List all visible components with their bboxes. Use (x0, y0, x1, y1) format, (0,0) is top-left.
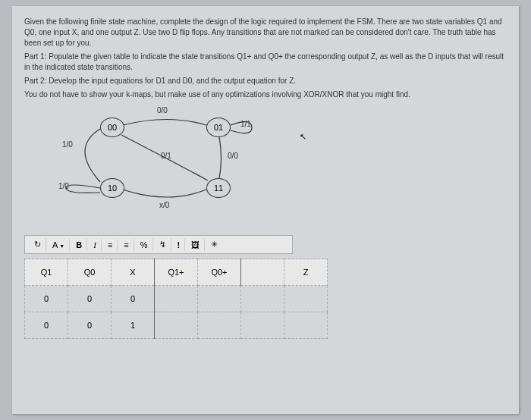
document-page: Given the following finite state machine… (12, 6, 519, 414)
edge-01-11-label: 0/0 (228, 152, 238, 160)
unlink-button[interactable]: ↯ (155, 238, 171, 251)
intro-text: Given the following finite state machine… (24, 17, 507, 49)
edge-10-self-label: 1/0 (58, 182, 69, 190)
italic-button[interactable]: I (89, 239, 102, 251)
part1-text: Part 1: Populate the given table to indi… (24, 52, 507, 73)
cell-z[interactable] (284, 312, 328, 339)
cursor-icon: ↖ (300, 132, 306, 142)
state-01: 01 (206, 118, 231, 137)
edge-00-10-label: 1/0 (62, 140, 73, 149)
header-q1plus: Q1+ (155, 259, 198, 286)
cell-x[interactable]: 0 (112, 286, 155, 312)
header-z: Z (284, 259, 328, 286)
cell-spacer[interactable] (241, 286, 284, 312)
state-00: 00 (100, 118, 124, 137)
editor-toolbar: ↻ A▼ B I ≡ ≡ % ↯ ! 🖼 ✳ (24, 235, 293, 254)
note-text: You do not have to show your k-maps, but… (24, 89, 507, 100)
header-q0plus: Q0+ (198, 259, 241, 286)
bold-button[interactable]: B (71, 239, 87, 251)
cell-spacer[interactable] (241, 312, 284, 339)
state-11: 11 (206, 178, 231, 198)
table-row: 0 0 1 (25, 312, 328, 339)
list-button[interactable]: ≡ (103, 239, 118, 251)
table-header-row: Q1 Q0 X Q1+ Q0+ Z (25, 259, 328, 286)
image-button[interactable]: 🖼 (187, 239, 205, 251)
cell-q1p[interactable] (155, 286, 198, 312)
numbered-list-button[interactable]: ≡ (119, 239, 134, 251)
state-10: 10 (100, 178, 124, 198)
table-row: 0 0 0 (25, 286, 328, 312)
expand-button[interactable]: ✳ (206, 238, 222, 251)
cell-x[interactable]: 1 (112, 312, 155, 339)
header-spacer (241, 259, 284, 286)
edge-00-11-label: 0/1 (161, 152, 171, 160)
header-q0: Q0 (68, 259, 112, 286)
problem-statement: Given the following finite state machine… (24, 17, 507, 100)
cell-q1[interactable]: 0 (25, 312, 68, 339)
cell-q0[interactable]: 0 (68, 312, 112, 339)
edge-10-11-label: x/0 (159, 201, 169, 209)
paragraph-button[interactable]: ↻ (30, 238, 46, 251)
cell-q0[interactable]: 0 (68, 286, 112, 312)
part2-text: Part 2: Develop the input equations for … (24, 76, 507, 86)
link-button[interactable]: % (136, 239, 153, 251)
header-q1: Q1 (25, 259, 68, 286)
cell-q0p[interactable] (198, 286, 241, 312)
chevron-down-icon: ▼ (59, 243, 64, 249)
cell-q0p[interactable] (198, 312, 241, 339)
cell-q1p[interactable] (155, 312, 198, 339)
fsm-diagram: 00 01 10 11 0/0 1/1 1/0 0/1 0/0 1/0 x/0 (24, 106, 267, 227)
edge-01-self-label: 1/1 (240, 120, 251, 128)
alert-button[interactable]: ! (173, 239, 186, 251)
font-button[interactable]: A▼ (48, 239, 70, 251)
cell-q1[interactable]: 0 (25, 286, 68, 312)
cell-z[interactable] (284, 286, 328, 312)
edge-00-01-label: 0/0 (157, 106, 168, 114)
header-x: X (112, 259, 155, 286)
fsm-edges (24, 106, 267, 227)
truth-table: Q1 Q0 X Q1+ Q0+ Z 0 0 0 0 0 1 (24, 259, 328, 339)
